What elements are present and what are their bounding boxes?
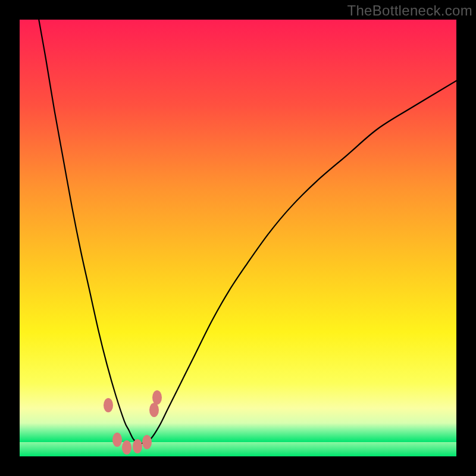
chart-frame: TheBottleneck.com xyxy=(0,0,476,476)
plot-area xyxy=(20,20,456,456)
data-marker xyxy=(149,403,159,417)
data-marker xyxy=(152,390,162,405)
data-marker xyxy=(104,398,113,412)
background-gradient xyxy=(20,20,456,442)
watermark-text: TheBottleneck.com xyxy=(347,2,472,19)
svg-rect-1 xyxy=(20,442,456,456)
data-marker xyxy=(142,435,152,449)
data-marker xyxy=(133,439,142,453)
green-band xyxy=(20,442,456,456)
data-marker xyxy=(112,433,122,447)
data-marker xyxy=(122,440,131,455)
svg-rect-0 xyxy=(20,20,456,442)
